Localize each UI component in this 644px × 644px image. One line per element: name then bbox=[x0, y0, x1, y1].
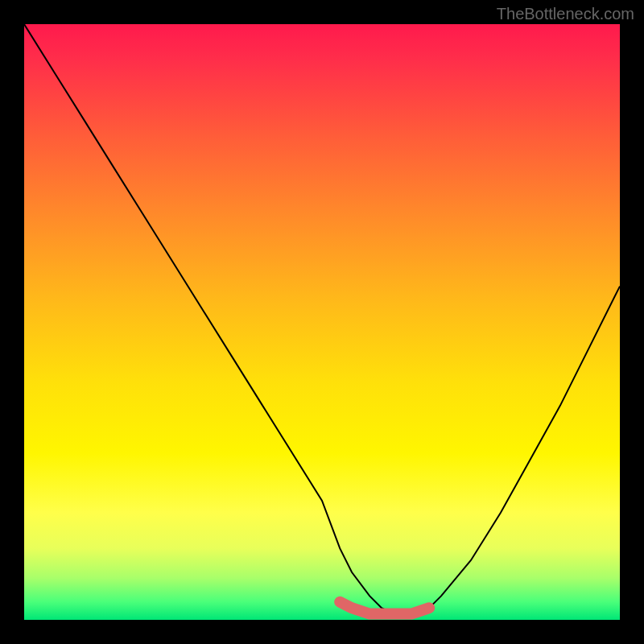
watermark-text: TheBottleneck.com bbox=[497, 5, 634, 23]
optimal-point-marker bbox=[424, 603, 434, 613]
bottleneck-curve-path bbox=[24, 24, 620, 614]
highlight-band-path bbox=[340, 602, 429, 614]
chart-svg bbox=[24, 24, 620, 620]
chart-plot-area bbox=[24, 24, 620, 620]
